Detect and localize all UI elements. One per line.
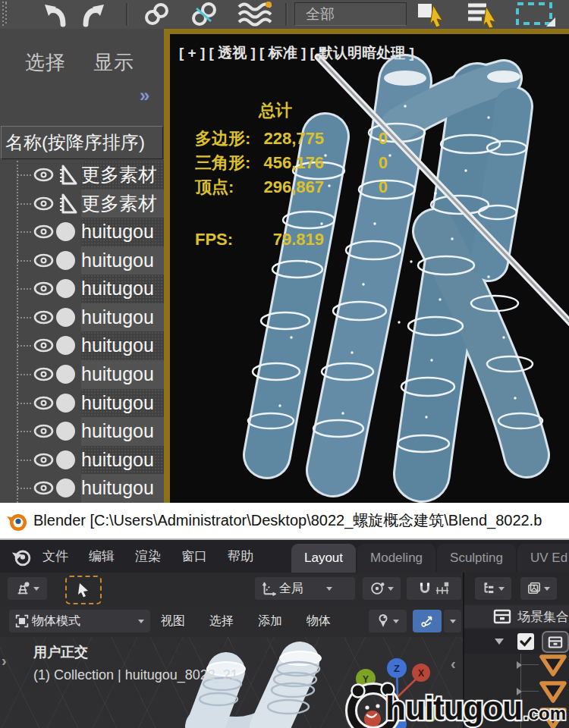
blender-logo-icon[interactable] (11, 545, 33, 568)
eye-visibility-icon[interactable] (33, 424, 54, 441)
eye-visibility-icon[interactable] (33, 396, 54, 413)
stats-total-label: 总计 (259, 99, 292, 122)
collection-box-icon (493, 608, 511, 625)
object-name[interactable]: huitugou (81, 417, 165, 446)
object-name[interactable]: huitugou (81, 474, 165, 503)
object-name[interactable]: huitugou (81, 389, 165, 418)
menu-item[interactable]: 窗口 (181, 548, 207, 565)
viewport-menu-item[interactable]: 物体 (307, 613, 331, 629)
select-and-link-icon[interactable] (138, 0, 174, 29)
list-item[interactable]: huitugou (0, 218, 165, 246)
object-name[interactable]: huitugou (81, 246, 165, 275)
snap-toggle-group[interactable] (407, 577, 461, 600)
object-name[interactable]: huitugou (81, 275, 165, 303)
spiral-tower-model (170, 34, 569, 503)
scene-collection-label[interactable]: 场景集合 (517, 608, 569, 626)
bind-to-space-warp-icon[interactable] (234, 0, 276, 29)
object-name[interactable]: huitugou (81, 446, 165, 475)
eye-visibility-icon[interactable] (33, 481, 54, 498)
stats-row: 多边形: 228,775 0 (195, 127, 392, 151)
object-name[interactable]: huitugou (81, 303, 165, 332)
workspace-tab[interactable]: Sculpting (437, 544, 516, 573)
list-item[interactable]: huitugou (0, 474, 165, 503)
outliner-editor-type-button[interactable] (475, 577, 511, 600)
object-name[interactable]: huitugou (81, 218, 165, 246)
watermark: huitugou .com (325, 671, 569, 728)
list-item[interactable]: huitugou (0, 275, 165, 303)
show-gizmo-button[interactable] (413, 610, 442, 632)
expand-triangle-icon[interactable] (495, 639, 504, 645)
geometry-circle-icon (56, 479, 75, 497)
selection-filter-dropdown[interactable]: 全部 (294, 2, 407, 26)
list-item[interactable]: huitugou (0, 303, 165, 332)
undo-icon[interactable] (38, 0, 73, 29)
redo-icon[interactable] (76, 0, 111, 29)
collection-box-icon (548, 635, 563, 649)
stats-selected-value: 0 (324, 129, 388, 149)
collection-checkbox[interactable] (517, 633, 534, 650)
object-name[interactable]: huitugou (81, 360, 165, 389)
pivot-icon (369, 581, 385, 596)
list-item[interactable]: huitugou (0, 360, 165, 389)
active-viewport-border-left (164, 34, 170, 503)
eye-visibility-icon[interactable] (33, 196, 54, 214)
select-object-icon[interactable] (412, 0, 451, 29)
outliner-filter-button[interactable] (520, 577, 557, 600)
toolbar-drag-handle[interactable] (2, 2, 8, 26)
active-tool-select-box[interactable] (65, 576, 102, 604)
editor-type-button[interactable] (8, 577, 47, 600)
sidebar-collapse-chevron[interactable]: ‹ (451, 655, 456, 673)
mode-dropdown[interactable]: 物体模式 (9, 610, 150, 632)
workspace-tab[interactable]: Modeling (357, 544, 435, 573)
eye-visibility-icon[interactable] (33, 338, 54, 356)
tree-branch (17, 431, 31, 432)
list-item[interactable]: 更多素材 (0, 190, 165, 218)
workspace-tab[interactable]: Layout (291, 544, 356, 573)
collection-row[interactable] (464, 629, 569, 654)
list-item[interactable]: huitugou (0, 389, 165, 418)
unlink-selection-icon[interactable] (185, 0, 222, 29)
transform-orientation-dropdown[interactable]: 全局 (255, 577, 355, 600)
menu-item[interactable]: 编辑 (89, 548, 115, 565)
tree-branch (17, 488, 31, 489)
list-item[interactable]: huitugou (0, 246, 165, 275)
viewport-menu-item[interactable]: 视图 (161, 613, 185, 629)
eye-visibility-icon[interactable] (33, 367, 54, 384)
list-item[interactable]: huitugou (0, 417, 165, 446)
max-main-toolbar: 全部 (0, 0, 569, 30)
eye-visibility-icon[interactable] (33, 453, 54, 470)
eye-visibility-icon[interactable] (33, 253, 54, 271)
toolbar-expand-chevron[interactable]: › (2, 652, 7, 670)
viewport-menu-item[interactable]: 添加 (258, 613, 282, 629)
eye-visibility-icon[interactable] (33, 310, 54, 328)
eye-visibility-icon[interactable] (33, 281, 54, 299)
max-viewport[interactable]: [ + ] [ 透视 ] [ 标准 ] [ 默认明暗处理 ] 总计 多边形: 2… (170, 34, 569, 503)
viewport-label[interactable]: [ + ] [ 透视 ] [ 标准 ] [ 默认明暗处理 ] (179, 43, 414, 63)
viewport-menu-item[interactable]: 选择 (209, 613, 234, 629)
gizmo-dropdown-chevron[interactable] (444, 610, 461, 632)
rectangular-selection-region-icon[interactable] (510, 0, 561, 29)
menu-display[interactable]: 显示 (93, 49, 134, 76)
collection-box-button[interactable] (542, 631, 569, 653)
object-name[interactable]: 更多素材 (81, 190, 165, 218)
tree-branch (17, 460, 31, 461)
list-item[interactable]: huitugou (0, 446, 165, 475)
workspace-tab[interactable]: UV Ed (517, 544, 569, 573)
menu-item[interactable]: 帮助 (228, 548, 253, 565)
scene-collection-row[interactable]: 场景集合 (464, 605, 569, 628)
eye-visibility-icon[interactable] (33, 224, 54, 242)
show-overlays-button[interactable] (369, 610, 407, 632)
pivot-point-dropdown[interactable] (363, 577, 401, 600)
panel-overflow-chevron[interactable]: » (140, 85, 149, 106)
select-by-name-icon[interactable] (461, 0, 505, 29)
stats-selected-value: 0 (324, 177, 388, 197)
object-name[interactable]: 更多素材 (81, 161, 165, 190)
menu-item[interactable]: 渲染 (135, 548, 161, 565)
name-sort-column-header[interactable]: 名称(按降序排序) (1, 126, 163, 159)
eye-visibility-icon[interactable] (33, 168, 54, 185)
list-item[interactable]: 更多素材 (0, 161, 165, 190)
menu-select[interactable]: 选择 (25, 49, 66, 76)
menu-item[interactable]: 文件 (42, 548, 68, 565)
list-item[interactable]: huitugou (0, 331, 165, 360)
object-name[interactable]: huitugou (81, 331, 165, 360)
